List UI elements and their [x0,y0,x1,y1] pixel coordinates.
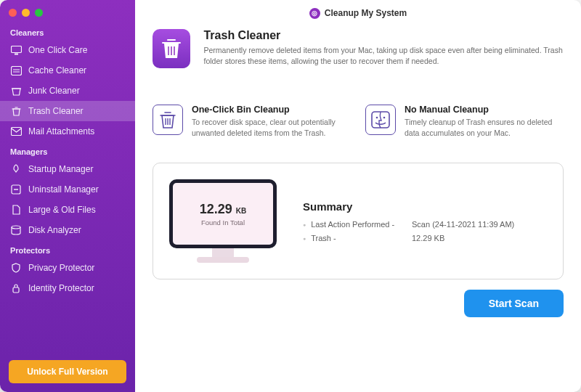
sidebar-item-label: Mail Attachments [28,126,94,136]
sidebar-item-label: Disk Analyzer [28,225,81,235]
svg-rect-6 [13,287,19,293]
summary-row-label: Last Action Performed - [303,220,412,229]
features-row: One-Click Bin Cleanup To recover disk sp… [153,105,564,138]
feature-no-manual: No Manual Cleanup Timely cleanup of Tras… [365,105,564,138]
sidebar-item-label: Large & Old Files [28,205,96,215]
sidebar: Cleaners One Click Care Cache Cleaner Ju… [0,0,135,392]
found-value: 12.29 [200,202,232,216]
minimize-window-button[interactable] [22,9,30,17]
sidebar-section-protectors: Protectors [0,240,135,258]
close-window-button[interactable] [9,9,17,17]
uninstall-icon [10,184,22,195]
hero: Trash Cleaner Permanently remove deleted… [153,29,564,68]
summary-row-value: 12.29 KB [412,234,543,242]
summary-card: 12.29 KB Found In Total Summary Last Act… [153,163,564,279]
lock-icon [10,282,22,294]
cache-icon [10,65,22,76]
app-title: Cleanup My System [325,8,407,18]
shield-icon [10,262,22,274]
summary-row-label: Trash - [303,234,412,242]
trash-cleaner-hero-icon [153,29,190,68]
feature-bin-cleanup: One-Click Bin Cleanup To recover disk sp… [153,105,351,138]
sidebar-item-label: Uninstall Manager [28,184,99,195]
sidebar-section-managers: Managers [0,142,135,159]
start-scan-button[interactable]: Start Scan [464,290,564,317]
main-content: ◎ Cleanup My System Trash Cleaner Perman… [135,0,581,392]
sidebar-item-cache-cleaner[interactable]: Cache Cleaner [0,60,135,81]
svg-rect-3 [11,128,21,136]
rocket-icon [10,163,22,175]
sidebar-item-label: One Click Care [28,45,87,55]
titlebar: ◎ Cleanup My System [135,0,581,26]
sidebar-item-startup-manager[interactable]: Startup Manager [0,159,135,179]
sidebar-item-label: Privacy Protector [28,263,94,273]
svg-point-8 [376,117,378,119]
summary-row-value: Scan (24-11-2021 11:39 AM) [412,220,543,229]
page-description: Permanently remove deleted items from yo… [203,45,564,67]
sidebar-item-large-old-files[interactable]: Large & Old Files [0,200,135,220]
window-controls [0,7,135,23]
found-caption: Found In Total [201,219,245,226]
sidebar-item-one-click-care[interactable]: One Click Care [0,40,135,60]
trash-icon [10,105,22,117]
bin-cleanup-icon [153,105,183,135]
sidebar-item-label: Cache Cleaner [28,65,86,75]
sidebar-item-label: Identity Protector [28,283,94,293]
maximize-window-button[interactable] [35,9,43,17]
disk-icon [10,224,22,236]
feature-desc: Timely cleanup of Trash ensures no delet… [405,117,564,138]
monitor-icon [10,44,22,56]
sidebar-item-label: Trash Cleaner [28,106,84,116]
sidebar-item-uninstall-manager[interactable]: Uninstall Manager [0,179,135,200]
junk-icon [10,85,22,97]
app-icon: ◎ [309,8,320,19]
sidebar-section-cleaners: Cleaners [0,23,135,40]
sidebar-item-identity-protector[interactable]: Identity Protector [0,278,135,298]
sidebar-item-trash-cleaner[interactable]: Trash Cleaner [0,101,135,121]
mail-icon [10,126,22,137]
found-unit: KB [236,207,246,215]
summary-monitor-graphic: 12.29 KB Found In Total [169,179,277,263]
sidebar-item-disk-analyzer[interactable]: Disk Analyzer [0,220,135,240]
sidebar-item-mail-attachments[interactable]: Mail Attachments [0,121,135,142]
sidebar-item-junk-cleaner[interactable]: Junk Cleaner [0,81,135,101]
svg-rect-0 [11,46,21,52]
unlock-full-version-button[interactable]: Unlock Full Version [9,360,126,383]
feature-title: One-Click Bin Cleanup [192,105,351,115]
summary-heading: Summary [303,200,543,213]
sidebar-item-label: Startup Manager [28,164,93,174]
finder-icon [365,105,396,135]
svg-rect-1 [15,53,18,54]
page-title: Trash Cleaner [203,29,564,42]
feature-title: No Manual Cleanup [405,105,564,115]
svg-point-5 [12,226,20,229]
sidebar-item-label: Junk Cleaner [28,86,80,96]
svg-rect-2 [11,66,21,75]
feature-desc: To recover disk space, clear out potenti… [192,117,351,138]
large-icon [10,204,22,216]
sidebar-item-privacy-protector[interactable]: Privacy Protector [0,258,135,278]
svg-point-9 [383,117,386,119]
